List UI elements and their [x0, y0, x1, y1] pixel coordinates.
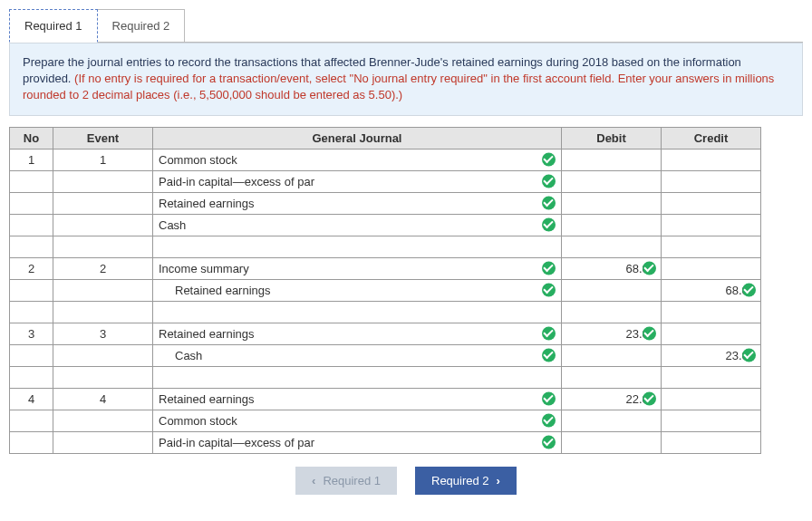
cell-debit[interactable] — [562, 431, 662, 453]
cell-event[interactable] — [53, 301, 153, 323]
cell-no[interactable]: 4 — [10, 388, 53, 410]
cell-debit[interactable] — [562, 410, 662, 431]
cell-event[interactable]: 2 — [53, 257, 153, 279]
cell-no[interactable] — [10, 236, 53, 257]
cell-debit[interactable] — [562, 149, 662, 170]
cell-credit[interactable] — [662, 149, 761, 170]
nav-buttons: ‹ Required 1 Required 2 › — [9, 467, 803, 495]
cell-no[interactable] — [10, 279, 53, 301]
cell-credit[interactable] — [662, 323, 761, 344]
cell-debit[interactable] — [562, 344, 662, 366]
cell-event[interactable] — [53, 192, 153, 214]
checkmark-icon — [742, 349, 756, 362]
cell-general-journal[interactable]: Retained earnings — [153, 192, 562, 214]
cell-event[interactable]: 3 — [53, 323, 153, 344]
account-name: Retained earnings — [159, 327, 255, 341]
cell-debit[interactable]: 68.00 — [562, 257, 662, 279]
cell-event[interactable] — [53, 410, 153, 431]
cell-event[interactable]: 1 — [53, 149, 153, 170]
account-name: Retained earnings — [159, 197, 255, 210]
account-name: Cash — [159, 349, 202, 362]
cell-general-journal[interactable]: Cash — [153, 214, 562, 236]
next-button[interactable]: Required 2 › — [415, 467, 517, 495]
cell-credit[interactable] — [662, 214, 761, 236]
table-row: Cash — [10, 214, 761, 236]
cell-no[interactable]: 3 — [10, 323, 53, 344]
checkmark-icon — [542, 392, 556, 406]
checkmark-icon — [542, 284, 556, 297]
cell-no[interactable]: 2 — [10, 257, 53, 279]
chevron-right-icon: › — [497, 474, 500, 487]
tab-required-1[interactable]: Required 1 — [9, 9, 98, 43]
cell-general-journal[interactable]: Paid-in capital—excess of par — [153, 170, 562, 192]
cell-no[interactable] — [10, 214, 53, 236]
cell-event[interactable] — [53, 214, 153, 236]
cell-debit[interactable]: 23.00 — [562, 323, 662, 344]
cell-event[interactable]: 4 — [53, 388, 153, 410]
header-credit: Credit — [662, 127, 761, 149]
cell-general-journal[interactable] — [153, 366, 562, 388]
prev-button-label: Required 1 — [323, 474, 381, 487]
cell-general-journal[interactable]: Cash — [153, 344, 562, 366]
cell-debit[interactable] — [562, 192, 662, 214]
cell-general-journal[interactable]: Retained earnings — [153, 323, 562, 344]
cell-general-journal[interactable] — [153, 236, 562, 257]
header-event: Event — [53, 127, 153, 149]
cell-credit[interactable] — [662, 366, 761, 388]
cell-no[interactable] — [10, 410, 53, 431]
cell-credit[interactable] — [662, 301, 761, 323]
cell-no[interactable] — [10, 192, 53, 214]
cell-credit[interactable] — [662, 410, 761, 431]
account-name: Paid-in capital—excess of par — [159, 175, 314, 188]
cell-general-journal[interactable]: Income summary — [153, 257, 562, 279]
table-row: 11Common stock — [10, 149, 761, 170]
cell-credit[interactable] — [662, 257, 761, 279]
prev-button[interactable]: ‹ Required 1 — [295, 467, 397, 495]
cell-debit[interactable] — [562, 279, 662, 301]
checkmark-icon — [542, 327, 556, 341]
cell-debit[interactable] — [562, 236, 662, 257]
cell-debit[interactable] — [562, 301, 662, 323]
cell-credit[interactable] — [662, 192, 761, 214]
cell-no[interactable] — [10, 301, 53, 323]
cell-credit[interactable] — [662, 388, 761, 410]
tab-required-2[interactable]: Required 2 — [98, 9, 186, 42]
header-debit: Debit — [562, 127, 662, 149]
cell-general-journal[interactable]: Common stock — [153, 149, 562, 170]
cell-general-journal[interactable]: Paid-in capital—excess of par — [153, 431, 562, 453]
table-row: Paid-in capital—excess of par — [10, 431, 761, 453]
cell-event[interactable] — [53, 279, 153, 301]
cell-general-journal[interactable]: Common stock — [153, 410, 562, 431]
cell-credit[interactable] — [662, 431, 761, 453]
cell-no[interactable] — [10, 344, 53, 366]
cell-debit[interactable]: 22.00 — [562, 388, 662, 410]
checkmark-icon — [542, 262, 556, 275]
cell-debit[interactable] — [562, 170, 662, 192]
cell-event[interactable] — [53, 366, 153, 388]
cell-event[interactable] — [53, 431, 153, 453]
header-general-journal: General Journal — [153, 127, 562, 149]
checkmark-icon — [542, 414, 556, 428]
cell-no[interactable]: 1 — [10, 149, 53, 170]
cell-event[interactable] — [53, 170, 153, 192]
cell-general-journal[interactable]: Retained earnings — [153, 388, 562, 410]
table-row: Cash23.00 — [10, 344, 761, 366]
cell-credit[interactable] — [662, 170, 761, 192]
cell-general-journal[interactable] — [153, 301, 562, 323]
cell-debit[interactable] — [562, 214, 662, 236]
instruction-warning-text: (If no entry is required for a transacti… — [23, 72, 774, 101]
cell-credit[interactable]: 68.00 — [662, 279, 761, 301]
checkmark-icon — [643, 327, 656, 341]
cell-no[interactable] — [10, 366, 53, 388]
cell-general-journal[interactable]: Retained earnings — [153, 279, 562, 301]
cell-credit[interactable] — [662, 236, 761, 257]
cell-no[interactable] — [10, 431, 53, 453]
cell-debit[interactable] — [562, 366, 662, 388]
cell-no[interactable] — [10, 170, 53, 192]
account-name: Common stock — [159, 153, 237, 167]
checkmark-icon — [742, 284, 756, 297]
cell-event[interactable] — [53, 344, 153, 366]
cell-event[interactable] — [53, 236, 153, 257]
account-name: Paid-in capital—excess of par — [159, 436, 314, 449]
cell-credit[interactable]: 23.00 — [662, 344, 761, 366]
